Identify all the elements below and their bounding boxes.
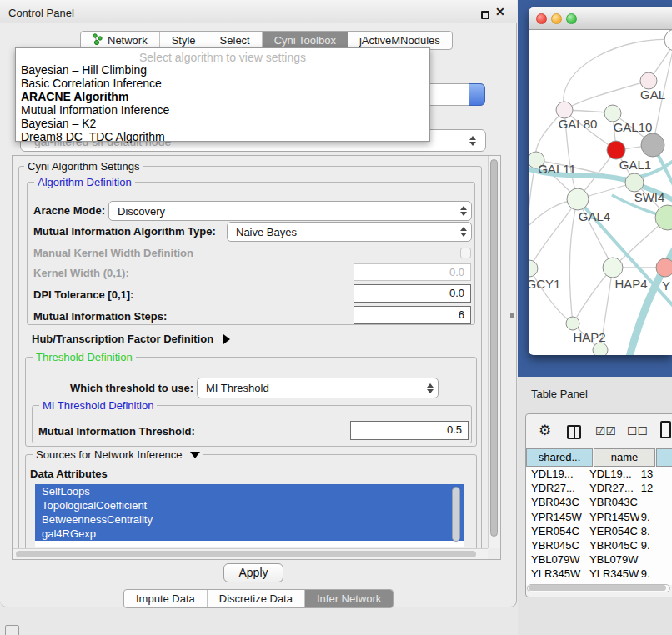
which-threshold-combobox[interactable]: MI Threshold bbox=[197, 378, 439, 398]
tab-impute-data[interactable]: Impute Data bbox=[124, 590, 208, 608]
document-icon[interactable] bbox=[660, 421, 671, 438]
control-panel-titlebar: Control Panel ✕ bbox=[0, 0, 517, 23]
dropdown-item[interactable]: Bayesian – K2 bbox=[21, 117, 96, 130]
tab-jactivemnodules[interactable]: jActiveMNodules bbox=[348, 32, 452, 49]
hub-definition-toggle[interactable]: Hub/Transcription Factor Definition bbox=[32, 332, 230, 345]
algorithm-dropdown-popup: Select algorithm to view settings Bayesi… bbox=[15, 48, 430, 142]
dpi-tolerance-field[interactable]: 0.0 bbox=[354, 284, 471, 302]
network-node[interactable] bbox=[529, 260, 538, 277]
columns-icon[interactable] bbox=[567, 425, 581, 439]
node-label: GAL11 bbox=[538, 162, 576, 176]
panel-splitter-handle[interactable] bbox=[510, 312, 514, 318]
node-label: HAP2 bbox=[573, 330, 605, 344]
manual-kernel-checkbox[interactable] bbox=[460, 248, 471, 258]
network-view-window[interactable]: GALGAL80GAL10GAL1GAL11SWI4GAL4GCY1HAP4YH… bbox=[529, 8, 672, 355]
collapse-down-icon bbox=[190, 452, 200, 458]
stepper-arrows-icon bbox=[460, 206, 467, 216]
mi-type-label: Mutual Information Algorithm Type: bbox=[33, 225, 216, 238]
list-item[interactable]: gal4RGexp bbox=[35, 527, 464, 541]
apply-button[interactable]: Apply bbox=[223, 563, 283, 582]
table-body: YDL19...YDL19...13YDR27...YDR27...12YBR0… bbox=[526, 467, 672, 585]
checked-boxes-icon[interactable]: ☑☑ bbox=[595, 424, 616, 438]
dropdown-item[interactable]: Bayesian – Hill Climbing bbox=[21, 63, 147, 77]
network-node[interactable] bbox=[640, 72, 657, 89]
minimize-traffic-light-icon[interactable] bbox=[551, 13, 562, 24]
unchecked-boxes-icon[interactable]: ☐☐ bbox=[627, 424, 648, 438]
column-header-shared[interactable]: shared... bbox=[526, 448, 593, 467]
tab-cyni-toolbox[interactable]: Cyni Toolbox bbox=[263, 32, 348, 49]
cyni-mode-tabbar: Impute Data Discretize Data Infer Networ… bbox=[123, 589, 394, 608]
network-node[interactable] bbox=[567, 188, 589, 210]
table-row[interactable]: YLR345WYLR345W9. bbox=[526, 567, 672, 581]
network-node[interactable] bbox=[625, 173, 644, 192]
table-row[interactable]: YDR27...YDR27...12 bbox=[526, 481, 672, 495]
network-node[interactable] bbox=[593, 342, 608, 355]
panel-title: Control Panel bbox=[8, 7, 74, 19]
network-node[interactable] bbox=[656, 258, 672, 277]
group-title: Threshold Definition bbox=[33, 351, 136, 363]
network-node[interactable] bbox=[556, 102, 573, 118]
group-title: Cyni Algorithm Settings bbox=[24, 160, 143, 172]
stepper-arrows-icon bbox=[427, 383, 434, 393]
network-icon bbox=[93, 33, 103, 48]
which-threshold-label: Which threshold to use: bbox=[70, 382, 193, 394]
list-item[interactable]: SelfLoops bbox=[35, 484, 464, 498]
data-attributes-list[interactable]: SelfLoops TopologicalCoefficient Between… bbox=[35, 484, 464, 548]
sources-group-title[interactable]: Sources for Network Inference bbox=[33, 448, 203, 461]
tab-style[interactable]: Style bbox=[160, 32, 208, 49]
dropdown-item[interactable]: Mutual Information Inference bbox=[21, 103, 169, 117]
float-icon[interactable] bbox=[481, 11, 489, 19]
list-scrollbar[interactable] bbox=[452, 487, 460, 542]
table-row[interactable]: YDL19...YDL19...13 bbox=[526, 467, 672, 481]
expand-right-icon bbox=[223, 334, 230, 344]
close-traffic-light-icon[interactable] bbox=[536, 13, 547, 24]
network-thick-edges bbox=[529, 145, 672, 355]
network-node[interactable] bbox=[664, 30, 672, 51]
dpi-tolerance-label: DPI Tolerance [0,1]: bbox=[33, 288, 133, 301]
kernel-width-label: Kernel Width (0,1): bbox=[33, 267, 129, 279]
group-title: MI Threshold Definition bbox=[39, 399, 157, 412]
table-row[interactable]: YBL079WYBL079W bbox=[526, 552, 672, 567]
network-node[interactable] bbox=[603, 258, 623, 278]
scrollbar-thumb[interactable] bbox=[529, 585, 666, 591]
scrollbar-thumb[interactable] bbox=[490, 159, 498, 537]
node-label: GAL80 bbox=[559, 117, 598, 131]
gear-icon[interactable]: ⚙ bbox=[539, 422, 551, 439]
mi-type-combobox[interactable]: Naive Bayes bbox=[227, 222, 472, 242]
table-row[interactable]: YBR043CYBR043C bbox=[526, 495, 672, 509]
mi-steps-label: Mutual Information Steps: bbox=[33, 310, 167, 322]
floating-grip-square[interactable] bbox=[5, 625, 19, 635]
network-node[interactable] bbox=[641, 133, 664, 157]
aracne-mode-combobox[interactable]: Discovery bbox=[108, 201, 472, 221]
dropdown-item-selected[interactable]: ARACNE Algorithm bbox=[21, 90, 128, 103]
list-item[interactable]: TopologicalCoefficient bbox=[35, 498, 464, 512]
node-label: HAP4 bbox=[614, 277, 647, 291]
tab-network[interactable]: Network bbox=[81, 32, 160, 49]
tab-discretize-data[interactable]: Discretize Data bbox=[208, 590, 305, 608]
dropdown-item[interactable]: Dream8 DC_TDC Algorithm bbox=[21, 130, 165, 143]
mi-threshold-field[interactable]: 0.5 bbox=[350, 421, 469, 440]
mi-threshold-label: Mutual Information Threshold: bbox=[38, 425, 195, 438]
kernel-width-field[interactable]: 0.0 bbox=[354, 263, 471, 281]
network-node[interactable] bbox=[604, 105, 621, 122]
network-graph[interactable]: GALGAL80GAL10GAL1GAL11SWI4GAL4GCY1HAP4YH… bbox=[529, 30, 672, 355]
mi-steps-field[interactable]: 6 bbox=[354, 306, 471, 324]
table-row[interactable]: YPR145WYPR145W9. bbox=[526, 510, 672, 524]
dropdown-item[interactable]: Basic Correlation Inference bbox=[21, 77, 162, 90]
tab-select[interactable]: Select bbox=[208, 32, 263, 49]
zoom-traffic-light-icon[interactable] bbox=[566, 13, 577, 24]
column-header-name[interactable]: name bbox=[594, 448, 655, 467]
column-header-clipped[interactable] bbox=[656, 448, 672, 467]
list-item[interactable]: BetweennessCentrality bbox=[35, 512, 464, 527]
node-label: SWI4 bbox=[634, 190, 665, 204]
network-node[interactable] bbox=[607, 141, 625, 159]
stepper-arrows-icon bbox=[460, 227, 467, 237]
network-node[interactable] bbox=[566, 317, 579, 330]
table-row[interactable]: YER054CYER054C8. bbox=[526, 524, 672, 538]
table-panel-title: Table Panel bbox=[531, 388, 588, 400]
close-icon[interactable]: ✕ bbox=[495, 5, 505, 18]
tab-infer-network[interactable]: Infer Network bbox=[305, 590, 393, 608]
table-row[interactable]: YBR045CYBR045C9. bbox=[526, 538, 672, 552]
scrollbar-thumb[interactable] bbox=[16, 551, 476, 558]
network-window-titlebar[interactable] bbox=[529, 8, 672, 30]
